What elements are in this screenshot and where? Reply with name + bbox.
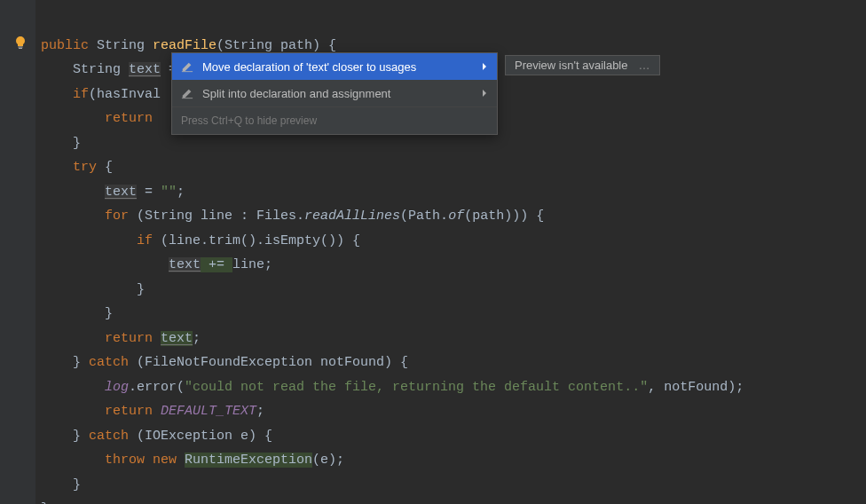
code-line: return	[41, 111, 153, 126]
code-line: log.error("could not read the file, retu…	[41, 380, 744, 395]
code-line: }	[41, 282, 145, 297]
code-line: if(hasInval	[41, 87, 161, 102]
intention-item-label: Split into declaration and assignment	[197, 87, 477, 100]
popup-hint-footer: Press Ctrl+Q to hide preview	[172, 106, 497, 134]
intention-edit-icon	[181, 87, 197, 99]
editor-gutter	[0, 0, 35, 504]
code-line: text += line;	[41, 257, 272, 272]
preview-more-icon[interactable]: …	[639, 59, 650, 72]
intention-item-split-declaration[interactable]: Split into declaration and assignment	[172, 80, 497, 106]
code-line: for (String line : Files.readAllLines(Pa…	[41, 209, 544, 224]
svg-rect-1	[19, 48, 22, 49]
code-line: return text;	[41, 331, 201, 346]
code-line: try {	[41, 160, 113, 175]
svg-rect-0	[19, 47, 23, 48]
intention-actions-popup: Move declaration of 'text' closer to usa…	[171, 52, 498, 135]
intention-bulb-icon[interactable]	[13, 35, 28, 50]
code-line: text = "";	[41, 185, 185, 200]
code-line: return DEFAULT_TEXT;	[41, 404, 264, 419]
code-line: }	[41, 477, 81, 492]
chevron-right-icon	[477, 87, 488, 100]
code-line: throw new RuntimeException(e);	[41, 453, 344, 468]
chevron-right-icon	[477, 60, 488, 74]
intention-edit-icon	[181, 60, 197, 73]
code-line: }	[41, 136, 81, 151]
code-line: if (line.trim().isEmpty()) {	[41, 233, 360, 248]
preview-unavailable-label: Preview isn't available	[515, 59, 628, 72]
intention-preview-panel: Preview isn't available …	[505, 55, 660, 75]
code-line: } catch (IOException e) {	[41, 429, 272, 444]
code-line: public String readFile(String path) {	[41, 38, 336, 53]
code-line: } catch (FileNotFoundException notFound)…	[41, 355, 408, 370]
code-line: }	[41, 306, 113, 321]
intention-item-label: Move declaration of 'text' closer to usa…	[197, 60, 477, 74]
intention-item-move-declaration[interactable]: Move declaration of 'text' closer to usa…	[172, 53, 497, 80]
